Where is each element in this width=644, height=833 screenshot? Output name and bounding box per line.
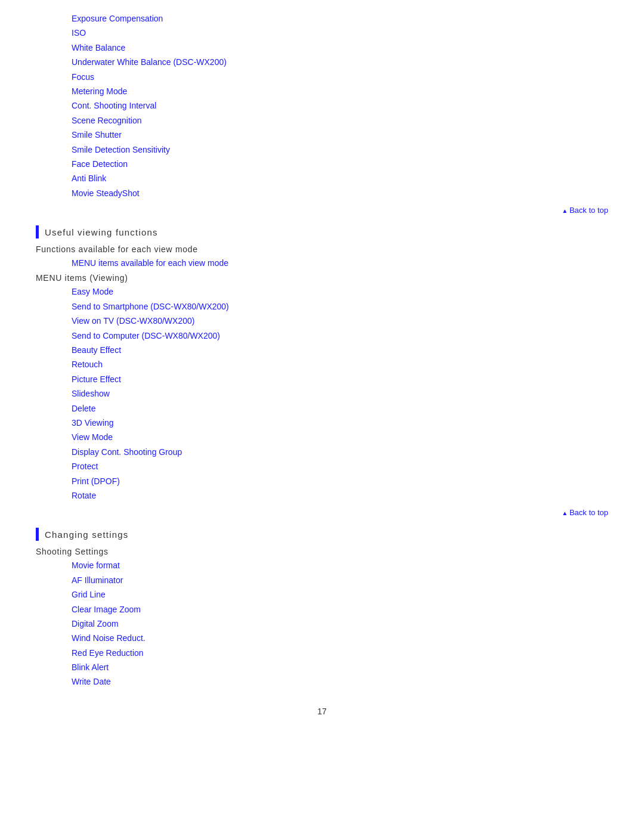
list-item: Picture Effect xyxy=(72,373,608,386)
list-item: Smile Shutter xyxy=(72,128,608,141)
list-item: Focus xyxy=(72,70,608,83)
list-item: Metering Mode xyxy=(72,85,608,98)
list-item: AF Illuminator xyxy=(72,574,608,587)
view-on-tv-link[interactable]: View on TV (DSC-WX80/WX200) xyxy=(72,316,194,326)
underwater-white-balance-link[interactable]: Underwater White Balance (DSC-WX200) xyxy=(72,57,227,67)
back-to-top-2-link[interactable]: Back to top xyxy=(562,508,608,517)
section-changing-settings: Changing settings Shooting Settings Movi… xyxy=(36,528,608,689)
exposure-compensation-link[interactable]: Exposure Compensation xyxy=(72,14,163,23)
list-item: Easy Mode xyxy=(72,285,608,298)
movie-steadyshot-link[interactable]: Movie SteadyShot xyxy=(72,188,140,198)
list-item: View on TV (DSC-WX80/WX200) xyxy=(72,314,608,327)
print-dpof-link[interactable]: Print (DPOF) xyxy=(72,476,120,486)
section1-bar xyxy=(36,225,39,239)
send-to-computer-link[interactable]: Send to Computer (DSC-WX80/WX200) xyxy=(72,331,220,340)
list-item: Movie SteadyShot xyxy=(72,187,608,200)
section1-sub1: Functions available for each view mode xyxy=(36,244,608,254)
list-item: Underwater White Balance (DSC-WX200) xyxy=(72,55,608,69)
list-item: Send to Smartphone (DSC-WX80/WX200) xyxy=(72,300,608,313)
slideshow-link[interactable]: Slideshow xyxy=(72,389,110,398)
list-item: Movie format xyxy=(72,559,608,572)
list-item: Send to Computer (DSC-WX80/WX200) xyxy=(72,329,608,342)
list-item: Print (DPOF) xyxy=(72,475,608,488)
anti-blink-link[interactable]: Anti Blink xyxy=(72,174,106,183)
shooting-link-list: Movie format AF Illuminator Grid Line Cl… xyxy=(36,559,608,689)
3d-viewing-link[interactable]: 3D Viewing xyxy=(72,418,114,428)
page-container: Exposure Compensation ISO White Balance … xyxy=(0,0,644,752)
section2-heading-container: Changing settings xyxy=(36,528,608,541)
scene-recognition-link[interactable]: Scene Recognition xyxy=(72,116,142,125)
picture-effect-link[interactable]: Picture Effect xyxy=(72,374,121,384)
write-date-link[interactable]: Write Date xyxy=(72,677,111,686)
iso-link[interactable]: ISO xyxy=(72,28,86,38)
back-to-top-1-link[interactable]: Back to top xyxy=(562,206,608,215)
section1-sub1-links: MENU items available for each view mode xyxy=(36,256,608,270)
protect-link[interactable]: Protect xyxy=(72,462,98,471)
red-eye-reduction-link[interactable]: Red Eye Reduction xyxy=(72,648,144,658)
list-item: Wind Noise Reduct. xyxy=(72,631,608,645)
digital-zoom-link[interactable]: Digital Zoom xyxy=(72,619,119,628)
white-balance-link[interactable]: White Balance xyxy=(72,43,125,52)
list-item: Smile Detection Sensitivity xyxy=(72,143,608,156)
smile-detection-sensitivity-link[interactable]: Smile Detection Sensitivity xyxy=(72,145,170,154)
metering-mode-link[interactable]: Metering Mode xyxy=(72,86,127,96)
list-item: Red Eye Reduction xyxy=(72,646,608,659)
list-item: MENU items available for each view mode xyxy=(72,256,608,270)
clear-image-zoom-link[interactable]: Clear Image Zoom xyxy=(72,605,141,614)
send-to-smartphone-link[interactable]: Send to Smartphone (DSC-WX80/WX200) xyxy=(72,302,229,311)
section2-bar xyxy=(36,528,39,541)
list-item: Exposure Compensation xyxy=(72,12,608,25)
list-item: Cont. Shooting Interval xyxy=(72,99,608,112)
view-mode-link[interactable]: View Mode xyxy=(72,432,113,442)
beauty-effect-link[interactable]: Beauty Effect xyxy=(72,345,121,355)
list-item: Blink Alert xyxy=(72,661,608,674)
section1-heading-text: Useful viewing functions xyxy=(45,227,158,237)
top-link-list: Exposure Compensation ISO White Balance … xyxy=(36,12,608,200)
list-item: Rotate xyxy=(72,489,608,502)
list-item: Delete xyxy=(72,402,608,415)
list-item: View Mode xyxy=(72,431,608,444)
list-item: Clear Image Zoom xyxy=(72,603,608,616)
focus-link[interactable]: Focus xyxy=(72,72,94,82)
section-useful-viewing: Useful viewing functions Functions avail… xyxy=(36,225,608,502)
section2-sub1: Shooting Settings xyxy=(36,547,608,556)
retouch-link[interactable]: Retouch xyxy=(72,360,103,369)
delete-link[interactable]: Delete xyxy=(72,404,95,413)
list-item: Face Detection xyxy=(72,157,608,171)
grid-line-link[interactable]: Grid Line xyxy=(72,590,106,599)
back-to-top-1: Back to top xyxy=(36,206,608,215)
list-item: Beauty Effect xyxy=(72,343,608,357)
list-item: ISO xyxy=(72,26,608,39)
list-item: Scene Recognition xyxy=(72,114,608,127)
face-detection-link[interactable]: Face Detection xyxy=(72,159,128,169)
display-cont-shooting-group-link[interactable]: Display Cont. Shooting Group xyxy=(72,447,182,457)
easy-mode-link[interactable]: Easy Mode xyxy=(72,287,113,296)
viewing-link-list: Easy Mode Send to Smartphone (DSC-WX80/W… xyxy=(36,285,608,502)
list-item: Digital Zoom xyxy=(72,617,608,630)
section1-heading-container: Useful viewing functions xyxy=(36,225,608,239)
list-item: Write Date xyxy=(72,675,608,688)
list-item: Retouch xyxy=(72,358,608,371)
wind-noise-reduct-link[interactable]: Wind Noise Reduct. xyxy=(72,633,145,643)
smile-shutter-link[interactable]: Smile Shutter xyxy=(72,130,122,140)
blink-alert-link[interactable]: Blink Alert xyxy=(72,662,109,672)
back-to-top-2: Back to top xyxy=(36,508,608,517)
list-item: Anti Blink xyxy=(72,172,608,185)
list-item: Slideshow xyxy=(72,387,608,400)
list-item: Display Cont. Shooting Group xyxy=(72,445,608,459)
list-item: Protect xyxy=(72,460,608,473)
section1-sub2: MENU items (Viewing) xyxy=(36,273,608,283)
page-number: 17 xyxy=(36,707,608,716)
movie-format-link[interactable]: Movie format xyxy=(72,561,120,570)
cont-shooting-interval-link[interactable]: Cont. Shooting Interval xyxy=(72,101,156,110)
rotate-link[interactable]: Rotate xyxy=(72,491,96,500)
af-illuminator-link[interactable]: AF Illuminator xyxy=(72,575,123,585)
section2-heading-text: Changing settings xyxy=(45,529,128,540)
list-item: White Balance xyxy=(72,41,608,54)
list-item: 3D Viewing xyxy=(72,416,608,429)
list-item: Grid Line xyxy=(72,588,608,601)
menu-items-available-link[interactable]: MENU items available for each view mode xyxy=(72,258,228,268)
